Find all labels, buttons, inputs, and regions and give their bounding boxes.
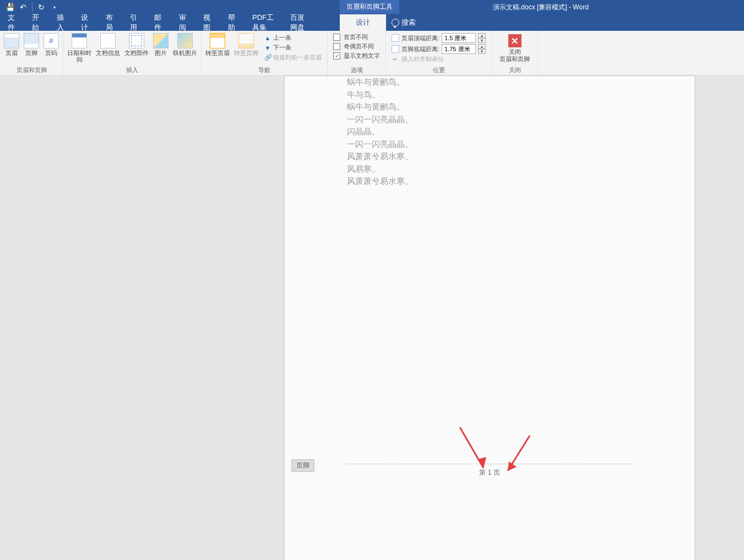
pagenum-button[interactable]: 页码	[42, 32, 61, 57]
menu-bar: 文件 开始 插入 设计 布局 引用 邮件 审阅 视图 帮助 PDF工具集 百度网…	[0, 14, 744, 31]
group-navigation: 转至页眉 转至页脚 ▲上一条 ▼下一条 🔗链接到前一条页眉 导航	[202, 31, 328, 75]
footer-bottom-label: 页脚底端距离:	[401, 45, 439, 53]
bulb-icon	[392, 19, 399, 26]
tab-insert[interactable]: 插入	[49, 14, 73, 31]
arrow-down-icon: ▼	[264, 45, 271, 51]
page: 蜗牛与黄鹂鸟。牛与鸟。蜗牛与黄鹂鸟。一闪一闪亮晶晶。闪晶晶。一闪一闪亮晶晶。风萧…	[285, 76, 694, 560]
date-icon	[72, 33, 87, 48]
show-doc-text-label: 显示文档文字	[344, 52, 380, 60]
prev-section-button[interactable]: ▲上一条	[263, 33, 323, 42]
save-icon[interactable]: 💾	[4, 2, 15, 13]
tab-hf-design[interactable]: 设计	[340, 14, 386, 31]
group-close: ✕ 关闭 页眉和页脚 关闭	[492, 31, 538, 75]
arrow-up-icon: ▲	[264, 35, 271, 41]
online-image-icon	[177, 33, 193, 48]
header-button[interactable]: 页眉	[2, 32, 21, 57]
qat-dropdown-icon[interactable]: ▾	[49, 2, 60, 13]
link-icon: 🔗	[264, 54, 271, 61]
next-section-button[interactable]: ▼下一条	[263, 43, 323, 52]
group-label: 关闭	[494, 66, 535, 75]
footer-icon	[24, 33, 39, 48]
header-top-label: 页眉顶端距离:	[401, 34, 439, 42]
image-icon	[153, 33, 169, 48]
odd-even-diff-label: 奇偶页不同	[344, 42, 374, 51]
info-icon	[100, 33, 116, 48]
group-label: 页眉和页脚	[2, 66, 61, 75]
odd-even-diff-checkbox[interactable]	[333, 43, 340, 50]
window-title: 演示文稿.docx [兼容模式] - Word	[493, 3, 589, 12]
tab-home[interactable]: 开始	[24, 14, 48, 31]
spin-down[interactable]: ▼	[478, 49, 486, 54]
tab-file[interactable]: 文件	[0, 14, 24, 31]
title-bar: 💾 ↶ ↻ ▾ 页眉和页脚工具 演示文稿.docx [兼容模式] - Word	[0, 0, 744, 14]
header-icon	[4, 33, 19, 48]
group-options: 首页不同 奇偶页不同 ✓显示文档文字 选项	[328, 31, 386, 75]
document-body-text: 蜗牛与黄鹂鸟。牛与鸟。蜗牛与黄鹂鸟。一闪一闪亮晶晶。闪晶晶。一闪一闪亮晶晶。风萧…	[347, 76, 413, 188]
tab-baidu[interactable]: 百度网盘	[283, 14, 316, 31]
first-page-diff-label: 首页不同	[344, 33, 368, 41]
online-image-button[interactable]: 联机图片	[171, 32, 199, 57]
search-label: 搜索	[401, 18, 416, 28]
parts-icon	[129, 33, 144, 48]
annotation-arrow-right	[501, 431, 540, 481]
goto-footer-icon	[238, 33, 254, 48]
group-label: 导航	[204, 66, 325, 75]
tab-references[interactable]: 引用	[122, 14, 146, 31]
tab-review[interactable]: 审阅	[171, 14, 195, 31]
document-area[interactable]: 蜗牛与黄鹂鸟。牛与鸟。蜗牛与黄鹂鸟。一闪一闪亮晶晶。闪晶晶。一闪一闪亮晶晶。风萧…	[0, 76, 744, 560]
tab-mailings[interactable]: 邮件	[146, 14, 171, 31]
show-doc-text-checkbox[interactable]: ✓	[333, 52, 340, 59]
annotation-arrow-left	[453, 423, 497, 478]
goto-header-button[interactable]: 转至页眉	[204, 32, 231, 57]
goto-footer-button[interactable]: 转至页脚	[232, 32, 260, 57]
group-position: 页眉顶端距离: ▲▼ 页脚底端距离: ▲▼ ⇥ 插入对齐制表位 位置	[386, 31, 492, 75]
goto-header-icon	[210, 33, 225, 48]
link-previous-button: 🔗链接到前一条页眉	[263, 53, 323, 62]
spin-down[interactable]: ▼	[478, 38, 486, 43]
tab-pdf[interactable]: PDF工具集	[245, 14, 283, 31]
footer-bottom-input[interactable]	[442, 44, 476, 54]
contextual-tab-label: 页眉和页脚工具	[340, 0, 399, 14]
footer-margin-icon	[392, 45, 399, 53]
tab-view[interactable]: 视图	[195, 14, 220, 31]
group-label: 位置	[388, 66, 489, 75]
quick-access-toolbar: 💾 ↶ ↻ ▾	[0, 2, 60, 13]
close-icon: ✕	[508, 34, 522, 47]
ribbon: 页眉 页脚 页码 页眉和页脚 日期和时间 文档信息 文档部件 图片 联机图片 插…	[0, 31, 744, 76]
header-top-input[interactable]	[442, 33, 476, 43]
date-button[interactable]: 日期和时间	[66, 32, 93, 64]
tab-design[interactable]: 设计	[73, 14, 97, 31]
close-hf-button[interactable]: ✕ 关闭 页眉和页脚	[494, 32, 535, 65]
first-page-diff-checkbox[interactable]	[333, 34, 340, 41]
image-button[interactable]: 图片	[151, 32, 170, 57]
pagenum-icon	[44, 33, 59, 48]
footer-button[interactable]: 页脚	[22, 32, 41, 57]
spin-up[interactable]: ▲	[478, 44, 486, 49]
undo-icon[interactable]: ↶	[18, 2, 29, 13]
redo-icon[interactable]: ↻	[36, 2, 47, 13]
align-tab-icon: ⇥	[392, 56, 399, 63]
group-header-footer: 页眉 页脚 页码 页眉和页脚	[0, 31, 63, 75]
spin-up[interactable]: ▲	[478, 33, 486, 38]
group-label: 插入	[66, 66, 199, 75]
separator	[32, 3, 32, 12]
group-insert: 日期和时间 文档信息 文档部件 图片 联机图片 插入	[63, 31, 202, 75]
group-label: 选项	[330, 66, 383, 75]
doc-parts-button[interactable]: 文档部件	[123, 32, 150, 57]
tab-layout[interactable]: 布局	[98, 14, 122, 31]
doc-info-button[interactable]: 文档信息	[94, 32, 122, 57]
tell-me-search[interactable]: 搜索	[386, 14, 421, 31]
insert-tab-button: ⇥ 插入对齐制表位	[392, 55, 486, 63]
tab-help[interactable]: 帮助	[220, 14, 245, 31]
header-margin-icon	[392, 34, 399, 42]
